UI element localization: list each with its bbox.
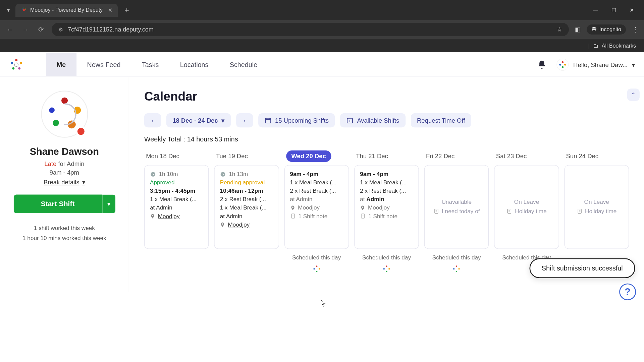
url-text: 7cf47d19112152.na.deputy.com	[68, 26, 154, 33]
time-range: 9am - 4pm	[290, 171, 343, 177]
location-link[interactable]: Moodjoy	[228, 221, 250, 228]
folder-icon: 🗀	[593, 43, 598, 49]
minimize-icon[interactable]: —	[593, 7, 598, 13]
browser-tab[interactable]: Moodjoy - Powered By Deputy ✕	[15, 4, 118, 17]
shift-card[interactable]: 1h 10m Approved 3:15pm - 4:45pm 1 x Meal…	[144, 165, 209, 249]
at-text: at Admin	[220, 213, 273, 220]
prev-week-button[interactable]: ‹	[144, 113, 161, 127]
new-tab-button[interactable]: ＋	[120, 5, 134, 15]
svg-point-8	[11, 62, 13, 64]
close-tab-icon[interactable]: ✕	[108, 7, 112, 13]
svg-point-19	[52, 120, 59, 126]
day-header-fri[interactable]: Fri 22 Dec	[424, 150, 489, 162]
shift-card[interactable]: 1h 13m Pending approval 10:46am - 12pm 2…	[214, 165, 279, 249]
nav-schedule[interactable]: Schedule	[219, 53, 268, 76]
upcoming-shifts-button[interactable]: 15 Upcoming Shifts	[258, 113, 335, 127]
back-button[interactable]: ←	[5, 26, 15, 34]
profile-avatar[interactable]	[41, 90, 88, 138]
profile-name: Shane Dawson	[30, 146, 99, 158]
address-bar[interactable]: ⚙ 7cf47d19112152.na.deputy.com ☆	[52, 23, 569, 36]
site-info-icon[interactable]: ⚙	[58, 26, 63, 33]
tab-list-button[interactable]: ▾	[3, 5, 13, 15]
all-bookmarks-link[interactable]: All Bookmarks	[602, 43, 636, 49]
date-range-label: 18 Dec - 24 Dec	[172, 117, 218, 124]
browser-menu-icon[interactable]: ⋮	[632, 25, 639, 34]
location-link[interactable]: Moodjoy	[158, 213, 180, 220]
avatar-icon	[556, 58, 569, 71]
shift-card[interactable]: 9am - 4pm 1 x Meal Break (... 2 x Rest B…	[284, 165, 349, 249]
day-header-mon[interactable]: Mon 18 Dec	[144, 150, 209, 162]
upcoming-shifts-label: 15 Upcoming Shifts	[275, 117, 329, 124]
profile-status: Late for Admin	[44, 160, 84, 167]
calendar-plus-icon	[346, 117, 354, 124]
brand-logo[interactable]	[9, 57, 24, 72]
location-pin-icon	[290, 204, 295, 210]
scheduled-label: Scheduled this day	[284, 254, 349, 261]
note-icon	[360, 213, 366, 219]
nav-tasks[interactable]: Tasks	[131, 53, 169, 76]
unavailable-reason: I need today of	[442, 208, 480, 215]
notifications-icon[interactable]	[537, 60, 547, 69]
leave-card[interactable]: On Leave Holiday time	[564, 165, 629, 249]
collapse-section-button[interactable]: ⌃	[627, 88, 640, 101]
date-range-picker[interactable]: 18 Dec - 24 Dec ▾	[166, 113, 231, 127]
start-shift-dropdown[interactable]: ▾	[102, 195, 115, 213]
leave-title: On Leave	[514, 198, 539, 205]
nav-news-feed[interactable]: News Feed	[76, 53, 131, 76]
next-week-button[interactable]: ›	[236, 113, 253, 127]
toast-notification: Shift submission successful	[529, 258, 635, 278]
rest-break-text: 2 x Rest Break (...	[220, 196, 273, 203]
day-header-thu[interactable]: Thu 21 Dec	[354, 150, 419, 162]
reload-button[interactable]: ⟳	[36, 25, 46, 34]
calendar-icon	[264, 117, 271, 124]
duration-text: 1h 10m	[159, 171, 178, 177]
at-text: at Admin	[150, 204, 203, 211]
incognito-label: Incognito	[599, 26, 621, 33]
time-range: 9am - 4pm	[360, 171, 413, 177]
svg-point-2	[22, 9, 23, 10]
day-header-tue[interactable]: Tue 19 Dec	[214, 150, 279, 162]
svg-point-16	[61, 98, 67, 104]
maximize-icon[interactable]: ☐	[611, 7, 616, 13]
svg-point-4	[15, 59, 17, 61]
incognito-indicator[interactable]: 🕶 Incognito	[587, 24, 626, 35]
note-icon	[433, 208, 439, 214]
forward-button[interactable]: →	[21, 26, 30, 34]
shifts-worked-text: 1 shift worked this week	[22, 223, 106, 233]
meal-break-text: 1 x Meal Break (...	[290, 179, 343, 186]
nav-locations[interactable]: Locations	[169, 53, 219, 76]
svg-point-5	[20, 62, 22, 64]
break-details-link[interactable]: Break details ▾	[44, 179, 85, 186]
browser-tab-title: Moodjoy - Powered By Deputy	[30, 7, 103, 13]
svg-point-11	[562, 61, 564, 63]
start-shift-button[interactable]: Start Shift	[13, 195, 102, 213]
duration-text: 1h 13m	[229, 171, 248, 177]
bookmark-star-icon[interactable]: ☆	[557, 26, 562, 33]
nav-me[interactable]: Me	[46, 53, 76, 76]
day-header-sat[interactable]: Sat 23 Dec	[494, 150, 559, 162]
note-icon	[290, 213, 296, 219]
unavailable-card[interactable]: Unavailable I need today of	[424, 165, 489, 249]
available-shifts-button[interactable]: Available Shifts	[340, 113, 405, 127]
location-pin-icon	[220, 221, 225, 227]
app-viewport: Me News Feed Tasks Locations Schedule He…	[0, 52, 644, 362]
leave-reason: Holiday time	[515, 208, 546, 215]
shift-card[interactable]: 9am - 4pm 1 x Meal Break (... 2 x Rest B…	[354, 165, 419, 249]
bookmarks-bar: | 🗀 All Bookmarks	[0, 39, 644, 52]
scheduled-cell: Scheduled this day	[284, 254, 349, 275]
calendar-toolbar: ‹ 18 Dec - 24 Dec ▾ › 15 Upcoming Shifts…	[144, 113, 629, 127]
leave-card[interactable]: On Leave Holiday time	[494, 165, 559, 249]
user-menu[interactable]: Hello, Shane Daw... ▾	[556, 58, 635, 71]
svg-point-39	[459, 268, 460, 269]
side-panel-icon[interactable]: ◧	[575, 26, 581, 33]
time-range: 10:46am - 12pm	[220, 188, 273, 194]
svg-rect-21	[265, 118, 271, 123]
location-pin-icon	[150, 213, 155, 219]
svg-point-13	[562, 66, 564, 68]
request-time-off-button[interactable]: Request Time Off	[411, 113, 471, 127]
close-window-icon[interactable]: ✕	[630, 7, 634, 13]
day-header-sun[interactable]: Sun 24 Dec	[564, 150, 629, 162]
status-badge: Pending approval	[220, 179, 273, 186]
help-button[interactable]: ?	[619, 284, 636, 300]
day-header-wed[interactable]: Wed 20 Dec	[284, 150, 349, 162]
